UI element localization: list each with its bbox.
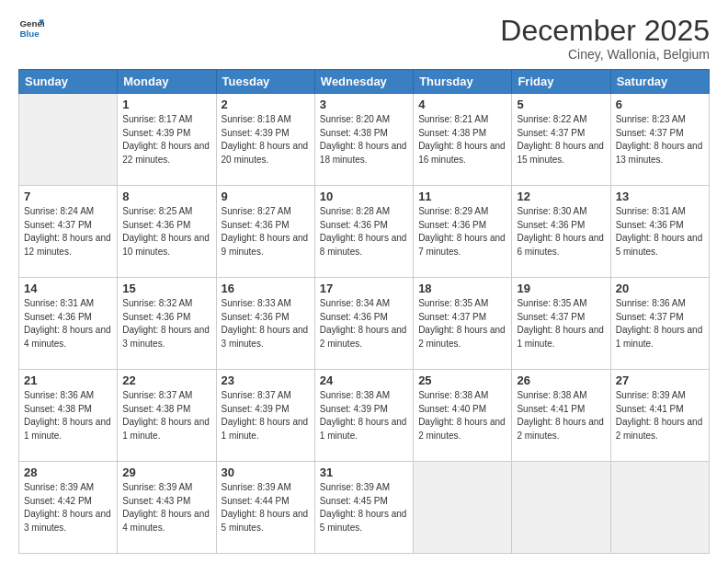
day-info: Sunrise: 8:35 AMSunset: 4:37 PMDaylight:… bbox=[517, 297, 605, 350]
page: General Blue December 2025 Ciney, Wallon… bbox=[0, 0, 728, 563]
day-info: Sunrise: 8:36 AMSunset: 4:37 PMDaylight:… bbox=[616, 297, 704, 350]
col-saturday: Saturday bbox=[610, 70, 709, 94]
day-info: Sunrise: 8:36 AMSunset: 4:38 PMDaylight:… bbox=[24, 389, 112, 442]
day-number: 25 bbox=[418, 373, 506, 387]
table-row: 28Sunrise: 8:39 AMSunset: 4:42 PMDayligh… bbox=[19, 462, 118, 554]
day-number: 20 bbox=[616, 282, 704, 295]
day-info: Sunrise: 8:23 AMSunset: 4:37 PMDaylight:… bbox=[616, 113, 704, 167]
table-row: 5Sunrise: 8:22 AMSunset: 4:37 PMDaylight… bbox=[512, 94, 610, 186]
table-row: 22Sunrise: 8:37 AMSunset: 4:38 PMDayligh… bbox=[118, 370, 216, 462]
day-number: 14 bbox=[24, 282, 112, 295]
day-number: 24 bbox=[320, 373, 408, 387]
main-title: December 2025 bbox=[500, 15, 710, 47]
table-row: 30Sunrise: 8:39 AMSunset: 4:44 PMDayligh… bbox=[216, 462, 314, 554]
table-row: 24Sunrise: 8:38 AMSunset: 4:39 PMDayligh… bbox=[314, 370, 413, 462]
day-number: 5 bbox=[517, 98, 605, 111]
table-row: 13Sunrise: 8:31 AMSunset: 4:36 PMDayligh… bbox=[610, 186, 709, 278]
day-number: 10 bbox=[320, 190, 408, 203]
day-info: Sunrise: 8:21 AMSunset: 4:38 PMDaylight:… bbox=[418, 113, 506, 167]
day-info: Sunrise: 8:27 AMSunset: 4:36 PMDaylight:… bbox=[222, 205, 310, 259]
table-row: 17Sunrise: 8:34 AMSunset: 4:36 PMDayligh… bbox=[314, 278, 413, 370]
day-number: 16 bbox=[222, 282, 310, 295]
day-number: 2 bbox=[222, 98, 310, 111]
day-number: 3 bbox=[320, 98, 408, 111]
day-number: 26 bbox=[517, 373, 605, 387]
calendar-week-row: 28Sunrise: 8:39 AMSunset: 4:42 PMDayligh… bbox=[19, 462, 710, 554]
day-info: Sunrise: 8:38 AMSunset: 4:39 PMDaylight:… bbox=[320, 389, 408, 442]
day-info: Sunrise: 8:29 AMSunset: 4:36 PMDaylight:… bbox=[418, 205, 506, 259]
table-row: 16Sunrise: 8:33 AMSunset: 4:36 PMDayligh… bbox=[216, 278, 314, 370]
table-row: 2Sunrise: 8:18 AMSunset: 4:39 PMDaylight… bbox=[216, 94, 314, 186]
col-tuesday: Tuesday bbox=[216, 70, 314, 94]
day-info: Sunrise: 8:39 AMSunset: 4:44 PMDaylight:… bbox=[222, 481, 310, 534]
table-row: 20Sunrise: 8:36 AMSunset: 4:37 PMDayligh… bbox=[610, 278, 709, 370]
subtitle: Ciney, Wallonia, Belgium bbox=[500, 47, 710, 62]
title-section: December 2025 Ciney, Wallonia, Belgium bbox=[500, 15, 710, 62]
table-row: 1Sunrise: 8:17 AMSunset: 4:39 PMDaylight… bbox=[118, 94, 216, 186]
day-info: Sunrise: 8:39 AMSunset: 4:42 PMDaylight:… bbox=[24, 481, 112, 534]
calendar-week-row: 7Sunrise: 8:24 AMSunset: 4:37 PMDaylight… bbox=[19, 186, 710, 278]
table-row bbox=[19, 94, 118, 186]
day-number: 15 bbox=[122, 282, 210, 295]
table-row: 11Sunrise: 8:29 AMSunset: 4:36 PMDayligh… bbox=[414, 186, 512, 278]
day-number: 27 bbox=[616, 373, 704, 387]
day-info: Sunrise: 8:37 AMSunset: 4:39 PMDaylight:… bbox=[222, 389, 310, 442]
day-info: Sunrise: 8:18 AMSunset: 4:39 PMDaylight:… bbox=[222, 113, 310, 167]
day-info: Sunrise: 8:20 AMSunset: 4:38 PMDaylight:… bbox=[320, 113, 408, 167]
day-number: 11 bbox=[418, 190, 506, 203]
table-row: 10Sunrise: 8:28 AMSunset: 4:36 PMDayligh… bbox=[314, 186, 413, 278]
svg-text:General: General bbox=[19, 18, 44, 29]
calendar-table: Sunday Monday Tuesday Wednesday Thursday… bbox=[18, 69, 710, 554]
logo: General Blue bbox=[18, 15, 44, 40]
header: General Blue December 2025 Ciney, Wallon… bbox=[18, 15, 710, 62]
table-row: 31Sunrise: 8:39 AMSunset: 4:45 PMDayligh… bbox=[314, 462, 413, 554]
day-number: 12 bbox=[517, 190, 605, 203]
day-info: Sunrise: 8:37 AMSunset: 4:38 PMDaylight:… bbox=[122, 389, 210, 442]
day-number: 23 bbox=[222, 373, 310, 387]
day-info: Sunrise: 8:39 AMSunset: 4:45 PMDaylight:… bbox=[320, 481, 408, 534]
day-info: Sunrise: 8:31 AMSunset: 4:36 PMDaylight:… bbox=[24, 297, 112, 350]
day-number: 29 bbox=[122, 465, 210, 479]
logo-icon: General Blue bbox=[18, 15, 44, 40]
day-number: 18 bbox=[418, 282, 506, 295]
day-info: Sunrise: 8:17 AMSunset: 4:39 PMDaylight:… bbox=[122, 113, 210, 167]
day-number: 19 bbox=[517, 282, 605, 295]
table-row: 27Sunrise: 8:39 AMSunset: 4:41 PMDayligh… bbox=[610, 370, 709, 462]
calendar-header-row: Sunday Monday Tuesday Wednesday Thursday… bbox=[19, 70, 710, 94]
table-row: 8Sunrise: 8:25 AMSunset: 4:36 PMDaylight… bbox=[118, 186, 216, 278]
table-row: 23Sunrise: 8:37 AMSunset: 4:39 PMDayligh… bbox=[216, 370, 314, 462]
day-number: 31 bbox=[320, 465, 408, 479]
col-friday: Friday bbox=[512, 70, 610, 94]
table-row bbox=[414, 462, 512, 554]
calendar-week-row: 1Sunrise: 8:17 AMSunset: 4:39 PMDaylight… bbox=[19, 94, 710, 186]
table-row: 26Sunrise: 8:38 AMSunset: 4:41 PMDayligh… bbox=[512, 370, 610, 462]
day-number: 7 bbox=[24, 190, 112, 203]
table-row bbox=[610, 462, 709, 554]
calendar-week-row: 21Sunrise: 8:36 AMSunset: 4:38 PMDayligh… bbox=[19, 370, 710, 462]
col-wednesday: Wednesday bbox=[314, 70, 413, 94]
table-row: 25Sunrise: 8:38 AMSunset: 4:40 PMDayligh… bbox=[414, 370, 512, 462]
day-info: Sunrise: 8:33 AMSunset: 4:36 PMDaylight:… bbox=[222, 297, 310, 350]
day-info: Sunrise: 8:39 AMSunset: 4:41 PMDaylight:… bbox=[616, 389, 704, 442]
day-info: Sunrise: 8:31 AMSunset: 4:36 PMDaylight:… bbox=[616, 205, 704, 259]
table-row: 19Sunrise: 8:35 AMSunset: 4:37 PMDayligh… bbox=[512, 278, 610, 370]
day-number: 9 bbox=[222, 190, 310, 203]
day-info: Sunrise: 8:38 AMSunset: 4:40 PMDaylight:… bbox=[418, 389, 506, 442]
table-row: 9Sunrise: 8:27 AMSunset: 4:36 PMDaylight… bbox=[216, 186, 314, 278]
day-info: Sunrise: 8:35 AMSunset: 4:37 PMDaylight:… bbox=[418, 297, 506, 350]
day-info: Sunrise: 8:30 AMSunset: 4:36 PMDaylight:… bbox=[517, 205, 605, 259]
day-number: 30 bbox=[222, 465, 310, 479]
table-row: 14Sunrise: 8:31 AMSunset: 4:36 PMDayligh… bbox=[19, 278, 118, 370]
day-info: Sunrise: 8:39 AMSunset: 4:43 PMDaylight:… bbox=[122, 481, 210, 534]
calendar-week-row: 14Sunrise: 8:31 AMSunset: 4:36 PMDayligh… bbox=[19, 278, 710, 370]
day-info: Sunrise: 8:34 AMSunset: 4:36 PMDaylight:… bbox=[320, 297, 408, 350]
table-row: 18Sunrise: 8:35 AMSunset: 4:37 PMDayligh… bbox=[414, 278, 512, 370]
col-monday: Monday bbox=[118, 70, 216, 94]
day-number: 17 bbox=[320, 282, 408, 295]
svg-text:Blue: Blue bbox=[19, 29, 40, 39]
day-number: 22 bbox=[122, 373, 210, 387]
day-number: 1 bbox=[122, 98, 210, 111]
table-row: 15Sunrise: 8:32 AMSunset: 4:36 PMDayligh… bbox=[118, 278, 216, 370]
day-number: 21 bbox=[24, 373, 112, 387]
day-info: Sunrise: 8:38 AMSunset: 4:41 PMDaylight:… bbox=[517, 389, 605, 442]
